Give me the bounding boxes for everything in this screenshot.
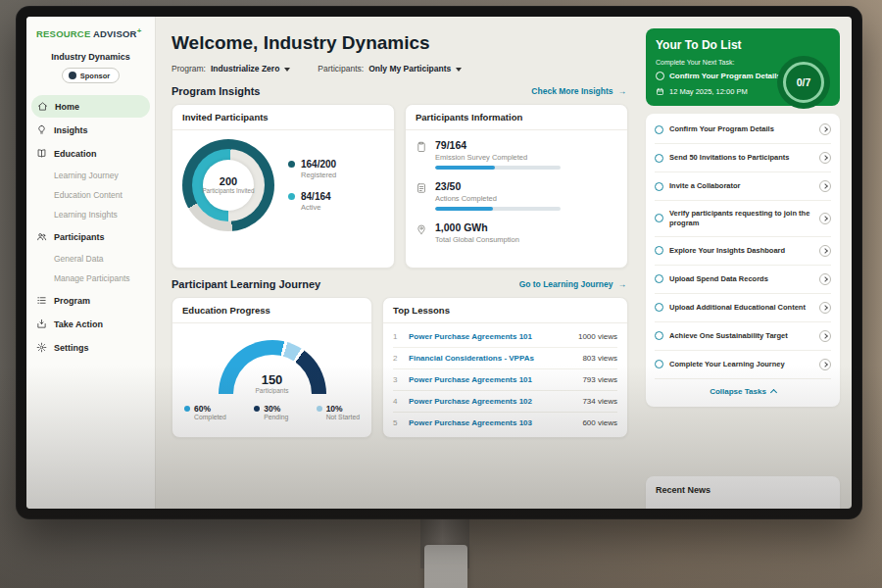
sidebar-item-general-data[interactable]: General Data bbox=[26, 249, 155, 269]
lesson-row: 2 Financial Considerations - VPPAs 803 v… bbox=[393, 348, 617, 369]
monitor-stand-base bbox=[424, 545, 467, 588]
task-chevron-icon[interactable] bbox=[819, 245, 831, 257]
lesson-views: 793 views bbox=[582, 375, 617, 384]
sidebar-item-education-content[interactable]: Education Content bbox=[26, 185, 155, 205]
legend-label: Not Started bbox=[326, 414, 360, 420]
legend-value: 10% bbox=[326, 404, 343, 414]
task-checkbox[interactable] bbox=[655, 331, 663, 340]
gauge-center: 150 Participants bbox=[219, 372, 326, 394]
brand-logo: RESOURCE ADVISOR+ bbox=[26, 26, 155, 39]
section-title: Program Insights bbox=[172, 85, 260, 97]
task-checkbox[interactable] bbox=[655, 360, 663, 368]
info-row-emission-survey: 79/164 Emission Survey Completed bbox=[416, 139, 617, 170]
program-filter[interactable]: Program: Industrialize Zero bbox=[172, 64, 290, 74]
task-chevron-icon[interactable] bbox=[819, 180, 831, 192]
recent-news-title: Recent News bbox=[656, 485, 710, 495]
legend-dot-pending bbox=[254, 406, 260, 412]
learning-journey-header: Participant Learning Journey Go to Learn… bbox=[172, 278, 626, 290]
org-name: Industry Dynamics bbox=[26, 52, 155, 62]
info-label: Total Global Consumption bbox=[435, 235, 519, 244]
lesson-views: 600 views bbox=[582, 418, 617, 427]
sidebar-item-learning-insights[interactable]: Learning Insights bbox=[26, 205, 155, 224]
gauge-chart: 150 Participants bbox=[219, 340, 326, 394]
sidebar-item-settings[interactable]: Settings bbox=[26, 336, 155, 359]
task-checkbox[interactable] bbox=[655, 303, 663, 312]
top-lessons-card: Top Lessons 1 Power Purchase Agreements … bbox=[382, 297, 628, 438]
sidebar-item-label: Take Action bbox=[54, 319, 103, 329]
task-checkbox[interactable] bbox=[655, 274, 663, 283]
legend-label: Pending bbox=[264, 414, 288, 420]
task-checkbox[interactable] bbox=[655, 246, 663, 255]
section-title: Participant Learning Journey bbox=[172, 278, 320, 290]
lesson-link[interactable]: Power Purchase Agreements 101 bbox=[409, 375, 574, 384]
legend-item: 164/200 Registered bbox=[288, 159, 336, 179]
todo-task[interactable]: Invite a Collaborator bbox=[655, 172, 831, 201]
lesson-rank: 2 bbox=[393, 354, 401, 363]
collapse-label: Collapse Tasks bbox=[710, 387, 766, 396]
sidebar-item-insights[interactable]: Insights bbox=[26, 119, 155, 141]
legend-dot-registered bbox=[288, 161, 295, 168]
todo-task[interactable]: Complete Your Learning Journey bbox=[655, 351, 831, 379]
todo-task[interactable]: Upload Additional Educational Content bbox=[655, 294, 831, 322]
task-chevron-icon[interactable] bbox=[819, 213, 831, 224]
next-task[interactable]: Confirm Your Program Details bbox=[656, 72, 783, 80]
participants-filter[interactable]: Participants: Only My Participants bbox=[318, 64, 462, 74]
legend-item: 30% Pending bbox=[254, 404, 288, 420]
todo-task[interactable]: Verify participants requesting to join t… bbox=[655, 201, 831, 237]
lesson-row: 5 Power Purchase Agreements 103 600 view… bbox=[393, 413, 617, 433]
legend-label: Registered bbox=[301, 171, 336, 179]
todo-task[interactable]: Explore Your Insights Dashboard bbox=[655, 237, 831, 266]
todo-task[interactable]: Confirm Your Program Details bbox=[655, 116, 831, 144]
go-to-learning-journey-link[interactable]: Go to Learning Journey → bbox=[519, 279, 626, 289]
todo-task[interactable]: Upload Spend Data Records bbox=[655, 266, 831, 294]
sidebar-item-label: Learning Journey bbox=[54, 171, 119, 180]
info-label: Actions Completed bbox=[435, 194, 561, 203]
check-more-insights-link[interactable]: Check More Insights → bbox=[531, 86, 626, 96]
sidebar-item-program[interactable]: Program bbox=[26, 289, 155, 312]
lesson-row: 4 Power Purchase Agreements 102 734 view… bbox=[393, 391, 617, 413]
task-chevron-icon[interactable] bbox=[819, 273, 831, 285]
next-task-label: Confirm Your Program Details bbox=[669, 72, 781, 80]
task-chevron-icon[interactable] bbox=[819, 302, 831, 314]
todo-task[interactable]: Send 50 Invitations to Participants bbox=[655, 144, 831, 172]
lesson-link[interactable]: Power Purchase Agreements 101 bbox=[409, 332, 570, 341]
task-checkbox[interactable] bbox=[655, 182, 663, 191]
info-row-consumption: 1,000 GWh Total Global Consumption bbox=[416, 221, 617, 248]
sponsor-badge[interactable]: Sponsor bbox=[62, 68, 120, 83]
sidebar-item-education[interactable]: Education bbox=[26, 142, 155, 165]
sidebar-item-learning-journey[interactable]: Learning Journey bbox=[26, 166, 155, 185]
task-chevron-icon[interactable] bbox=[819, 330, 831, 342]
lesson-rank: 4 bbox=[393, 397, 401, 406]
info-value: 23/50 bbox=[435, 180, 561, 192]
todo-task[interactable]: Achieve One Sustainability Target bbox=[655, 322, 831, 351]
task-chevron-icon[interactable] bbox=[819, 359, 831, 370]
sidebar-item-home[interactable]: Home bbox=[31, 95, 150, 118]
sidebar-item-label: Insights bbox=[54, 125, 88, 135]
sidebar-item-participants[interactable]: Participants bbox=[26, 225, 155, 248]
main-content: Welcome, Industry Dynamics Program: Indu… bbox=[156, 17, 640, 509]
sidebar-item-manage-participants[interactable]: Manage Participants bbox=[26, 269, 155, 288]
donut-chart: 200 Participants Invited bbox=[182, 139, 274, 231]
legend-dot-active bbox=[288, 193, 295, 200]
task-chevron-icon[interactable] bbox=[819, 123, 831, 135]
sidebar-item-take-action[interactable]: Take Action bbox=[26, 313, 155, 335]
task-checkbox[interactable] bbox=[655, 125, 663, 134]
card-title: Invited Participants bbox=[172, 105, 394, 130]
lesson-link[interactable]: Power Purchase Agreements 102 bbox=[409, 397, 574, 406]
legend-value: 84/164 bbox=[301, 191, 331, 202]
sidebar-item-label: Settings bbox=[54, 343, 89, 353]
lesson-link[interactable]: Power Purchase Agreements 103 bbox=[409, 418, 574, 427]
lesson-link[interactable]: Financial Considerations - VPPAs bbox=[409, 354, 574, 363]
legend-value: 30% bbox=[264, 404, 280, 414]
legend-item: 10% Not Started bbox=[317, 404, 360, 420]
lesson-views: 1000 views bbox=[578, 332, 617, 341]
collapse-tasks-button[interactable]: Collapse Tasks bbox=[655, 379, 831, 405]
education-progress-card: Education Progress 150 Participants bbox=[172, 297, 372, 438]
bulb-icon bbox=[36, 124, 47, 135]
donut-label: Participants Invited bbox=[202, 187, 255, 195]
task-checkbox[interactable] bbox=[655, 154, 663, 163]
lesson-rank: 3 bbox=[393, 375, 401, 384]
task-chevron-icon[interactable] bbox=[819, 152, 831, 164]
todo-title: Your To Do List bbox=[656, 38, 830, 52]
task-checkbox[interactable] bbox=[655, 214, 663, 222]
